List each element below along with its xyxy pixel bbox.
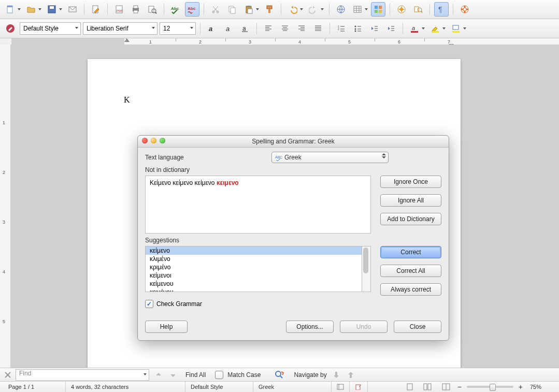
options-button[interactable]: Options... [286, 321, 334, 333]
paste-button[interactable] [241, 2, 256, 17]
view-multi-page-icon[interactable] [418, 382, 437, 392]
bullet-list-button[interactable] [351, 21, 365, 36]
nav-prev-button[interactable] [331, 370, 341, 380]
view-single-page-icon[interactable] [402, 382, 418, 392]
cut-button[interactable] [208, 2, 223, 17]
ignore-once-button[interactable]: Ignore Once [380, 176, 441, 188]
status-style[interactable]: Default Style [185, 382, 253, 392]
nav-next-button[interactable] [346, 370, 356, 380]
svg-text:a: a [226, 25, 230, 33]
decrease-indent-button[interactable] [367, 21, 382, 36]
italic-button[interactable]: a [221, 21, 236, 36]
increase-indent-button[interactable] [384, 21, 398, 36]
svg-rect-83 [453, 25, 458, 30]
svg-rect-11 [149, 6, 154, 12]
open-button[interactable] [24, 2, 38, 17]
close-findbar-icon[interactable] [4, 371, 11, 379]
save-button[interactable] [45, 2, 59, 17]
add-to-dictionary-button[interactable]: Add to Dictionary [380, 213, 441, 225]
print-preview-button[interactable] [145, 2, 160, 17]
zoom-value[interactable]: 75% [525, 382, 556, 392]
suggestion-item[interactable]: κείμενο [146, 246, 362, 255]
close-window-icon[interactable] [142, 138, 148, 143]
status-lang[interactable]: Greek [253, 382, 332, 392]
styles-button[interactable] [3, 21, 18, 36]
check-grammar-checkbox[interactable] [145, 300, 153, 308]
font-name-combo[interactable]: Liberation Serif [83, 22, 157, 35]
undo-button[interactable] [285, 2, 300, 17]
align-justify-button[interactable] [311, 21, 325, 36]
help-button[interactable] [457, 2, 472, 17]
match-case-checkbox[interactable] [215, 371, 223, 379]
status-page[interactable]: Page 1 / 1 [3, 382, 66, 392]
svg-point-17 [217, 11, 219, 13]
align-right-button[interactable] [294, 21, 309, 36]
svg-rect-10 [134, 10, 138, 13]
gallery-button[interactable] [371, 2, 385, 17]
paragraph-marks-button[interactable]: ¶ [434, 2, 449, 17]
zoom-in-button[interactable]: + [517, 382, 525, 392]
suggestion-item[interactable]: κειμένου [146, 288, 362, 292]
hyperlink-button[interactable] [334, 2, 348, 17]
edit-mode-button[interactable] [89, 2, 103, 17]
svg-rect-24 [268, 9, 270, 13]
numbered-list-button[interactable]: 12 [334, 21, 349, 36]
print-button[interactable] [128, 2, 143, 17]
align-center-button[interactable] [278, 21, 292, 36]
suggestion-item[interactable]: κλιμένο [146, 255, 362, 263]
language-select[interactable]: ABC Greek [271, 152, 389, 163]
view-book-icon[interactable] [437, 382, 455, 392]
paragraph-style-combo[interactable]: Default Style [20, 22, 81, 35]
always-correct-button[interactable]: Always correct [380, 283, 441, 296]
copy-button[interactable] [225, 2, 239, 17]
find-prev-button[interactable] [153, 370, 164, 380]
zoom-out-button[interactable]: − [455, 382, 464, 392]
suggestion-item[interactable]: κείμενοι [146, 271, 362, 280]
align-left-button[interactable] [261, 21, 276, 36]
underline-button[interactable]: a [238, 21, 252, 36]
navigator-button[interactable] [394, 2, 409, 17]
redo-button[interactable] [306, 2, 321, 17]
new-document-button[interactable] [3, 2, 18, 17]
find-input[interactable]: Find [16, 369, 149, 381]
svg-line-13 [155, 12, 156, 13]
minimize-window-icon[interactable] [151, 138, 156, 143]
suggestions-list[interactable]: κείμενοκλιμένοκριμένοκείμενοικείμενουκει… [145, 246, 362, 292]
status-signature[interactable] [350, 382, 368, 392]
find-next-button[interactable] [168, 370, 178, 380]
svg-rect-26 [354, 6, 361, 12]
suggestion-item[interactable]: κείμενου [146, 280, 362, 288]
find-all-label[interactable]: Find All [185, 371, 206, 379]
help-button-dialog[interactable]: Help [145, 321, 188, 333]
font-size-combo[interactable]: 12 [160, 22, 196, 35]
close-dialog-button[interactable]: Close [394, 321, 441, 333]
zoom-window-icon[interactable] [160, 138, 165, 143]
spellcheck-button[interactable]: Abc [168, 2, 183, 17]
svg-rect-1 [7, 6, 12, 7]
table-button[interactable] [350, 2, 365, 17]
dialog-titlebar[interactable]: Spelling and Grammar: Greek [138, 136, 449, 148]
export-pdf-button[interactable]: PDF [112, 2, 126, 17]
highlight2-button[interactable] [449, 21, 463, 36]
status-words[interactable]: 4 words, 32 characters [66, 382, 185, 392]
find-replace-icon[interactable] [274, 370, 284, 380]
clone-formatting-button[interactable] [262, 2, 277, 17]
ignore-all-button[interactable]: Ignore All [380, 194, 441, 207]
sentence-textbox[interactable]: Κείμενο κείμενο κείμενο κειμενο [145, 176, 371, 234]
svg-point-42 [6, 24, 15, 33]
bold-button[interactable]: a [205, 21, 219, 36]
suggestions-scrollbar[interactable] [362, 246, 371, 292]
auto-spellcheck-button[interactable]: Abc [185, 2, 199, 17]
zoom-button[interactable] [411, 2, 425, 17]
svg-text:Abc: Abc [188, 6, 196, 11]
document-area[interactable]: Κ Spelling and Grammar: Greek Text langu… [11, 45, 559, 368]
zoom-slider[interactable] [467, 386, 513, 388]
status-insert-mode[interactable] [332, 382, 350, 392]
sentence-error-word: κειμενο [217, 179, 239, 186]
email-button[interactable] [65, 2, 80, 17]
suggestion-item[interactable]: κριμένο [146, 263, 362, 271]
highlight-button[interactable] [428, 21, 442, 36]
font-color-button[interactable]: a [407, 21, 422, 36]
correct-all-button[interactable]: Correct All [380, 265, 441, 277]
correct-button[interactable]: Correct [380, 246, 441, 258]
